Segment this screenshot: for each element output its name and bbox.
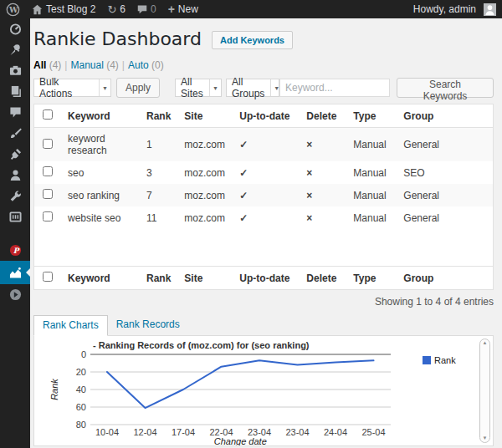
admin-menu: P — [0, 18, 30, 448]
search-keywords-button[interactable]: Search Keywords — [397, 78, 494, 98]
cell-site: moz.com — [177, 161, 233, 184]
comment-bubble-icon — [9, 106, 22, 119]
tab-rank-records[interactable]: Rank Records — [108, 315, 188, 335]
sidebar-item-pages[interactable] — [0, 81, 30, 102]
wrench-icon — [9, 190, 22, 202]
comments-menu[interactable]: 0 — [131, 0, 162, 18]
sidebar-item-users[interactable] — [0, 165, 30, 186]
dashboard-icon — [9, 23, 22, 35]
home-icon — [32, 4, 43, 15]
delete-x-icon[interactable]: × — [300, 206, 346, 229]
sidebar-item-pinterest-plugin[interactable]: P — [0, 240, 30, 261]
filter-all[interactable]: All (4) — [33, 59, 61, 71]
col-group: Group — [397, 104, 493, 128]
svg-text:Change date: Change date — [214, 436, 267, 445]
sidebar-collapse-button[interactable] — [0, 284, 30, 305]
rank-chart-panel: 02040608010-0412-0417-0422-0423-0423-042… — [33, 335, 494, 446]
collapse-menu-icon — [9, 288, 22, 301]
select-all-checkbox[interactable] — [43, 272, 53, 282]
new-content-menu[interactable]: + New — [162, 0, 204, 18]
cell-type: Manual — [346, 161, 397, 184]
comments-icon — [137, 4, 147, 14]
add-keywords-button[interactable]: Add Keywords — [212, 31, 293, 49]
svg-text:Rank: Rank — [434, 355, 456, 365]
svg-text:24-04: 24-04 — [324, 427, 347, 437]
col-group: Group — [397, 267, 493, 290]
howdy-text: Howdy, admin — [413, 3, 476, 15]
svg-text:Rank: Rank — [49, 379, 59, 400]
svg-text:80: 80 — [76, 420, 86, 430]
scroll-down-icon[interactable]: ▼ — [483, 435, 488, 442]
site-name-menu[interactable]: Test Blog 2 — [26, 0, 101, 18]
row-checkbox[interactable] — [43, 139, 53, 149]
all-sites-select[interactable]: All Sites ▼ — [175, 79, 222, 97]
cell-rank: 3 — [140, 161, 177, 184]
bulk-actions-value: Bulk Actions — [39, 76, 93, 99]
site-name: Test Blog 2 — [46, 3, 95, 15]
rank-line-chart: 02040608010-0412-0417-0422-0423-0423-042… — [46, 339, 491, 445]
col-delete: Delete — [300, 267, 346, 290]
all-groups-select[interactable]: All Groups ▼ — [226, 79, 279, 97]
cell-site: moz.com — [177, 128, 233, 162]
bulk-actions-select[interactable]: Bulk Actions ▼ — [33, 79, 111, 97]
svg-text:40: 40 — [76, 384, 86, 395]
wp-logo-menu[interactable]: W — [0, 0, 26, 18]
table-row: website seo 11 moz.com ✓ × Manual Genera… — [34, 206, 494, 229]
my-account-menu[interactable]: Howdy, admin — [407, 0, 502, 18]
svg-text:- Ranking Records of (moz.com): - Ranking Records of (moz.com) for (seo … — [93, 340, 310, 350]
sidebar-item-comments[interactable] — [0, 102, 30, 123]
cell-rank: 7 — [140, 184, 177, 206]
plug-icon — [9, 148, 22, 160]
row-checkbox[interactable] — [43, 166, 53, 176]
cell-site: moz.com — [177, 184, 233, 206]
media-icon — [9, 64, 22, 77]
table-row: seo ranking 7 moz.com ✓ × Manual General — [34, 184, 494, 206]
all-sites-value: All Sites — [181, 76, 203, 99]
sidebar-item-dashboard[interactable] — [0, 18, 30, 39]
scroll-up-icon[interactable]: ▲ — [483, 339, 488, 347]
sidebar-item-tools[interactable] — [0, 186, 30, 206]
filter-auto[interactable]: Auto (0) — [128, 59, 164, 71]
chevron-down-icon: ▼ — [209, 79, 221, 96]
col-uptodate: Up-to-date — [233, 104, 300, 128]
plus-icon: + — [168, 3, 175, 16]
row-checkbox[interactable] — [43, 211, 53, 221]
cell-keyword: seo — [61, 161, 140, 184]
uptodate-check-icon: ✓ — [233, 128, 300, 162]
cell-type: Manual — [346, 128, 397, 162]
delete-x-icon[interactable]: × — [300, 161, 346, 184]
sidebar-item-posts[interactable] — [0, 39, 30, 60]
sidebar-item-media[interactable] — [0, 60, 30, 81]
sidebar-item-plugins[interactable] — [0, 144, 30, 165]
delete-x-icon[interactable]: × — [300, 184, 346, 206]
cell-type: Manual — [346, 184, 397, 206]
svg-text:10-04: 10-04 — [95, 427, 119, 437]
updates-menu[interactable]: ↻ 6 — [101, 0, 131, 18]
cell-group: SEO — [397, 161, 493, 184]
filter-separator: | — [122, 59, 125, 71]
apply-button[interactable]: Apply — [116, 78, 160, 98]
filter-links: All (4)|Manual (4)|Auto (0) — [33, 59, 494, 71]
select-all-checkbox[interactable] — [43, 109, 53, 120]
filter-manual[interactable]: Manual (4) — [70, 59, 118, 71]
user-icon — [9, 169, 22, 181]
sidebar-item-settings[interactable] — [0, 206, 30, 227]
cell-keyword: website seo — [61, 206, 140, 229]
sidebar-item-appearance[interactable] — [0, 123, 30, 144]
keyword-search-input[interactable] — [279, 79, 390, 97]
row-checkbox[interactable] — [43, 189, 53, 199]
table-header-row: Keyword Rank Site Up-to-date Delete Type… — [34, 104, 494, 128]
tab-rank-charts[interactable]: Rank Charts — [33, 315, 108, 336]
sidebar-item-rankie[interactable] — [0, 261, 30, 284]
col-rank: Rank — [140, 267, 177, 290]
cell-site: moz.com — [177, 206, 233, 229]
table-filler-row — [34, 229, 494, 267]
sidebar-separator — [0, 227, 30, 240]
table-row: seo 3 moz.com ✓ × Manual SEO — [34, 161, 494, 184]
delete-x-icon[interactable]: × — [300, 128, 346, 162]
avatar — [484, 3, 496, 16]
updates-icon: ↻ — [107, 3, 116, 16]
chart-scrollbar[interactable]: ▲ ▼ — [479, 339, 490, 443]
col-uptodate: Up-to-date — [233, 267, 300, 290]
content-area: Rankie Dashboard Add Keywords All (4)|Ma… — [30, 18, 502, 448]
